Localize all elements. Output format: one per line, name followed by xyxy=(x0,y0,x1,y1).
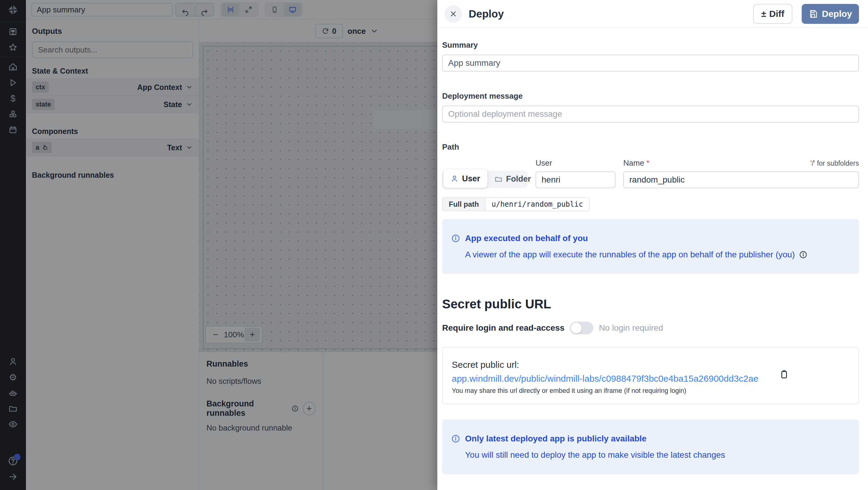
deployment-message-input[interactable] xyxy=(442,106,859,122)
summary-label: Summary xyxy=(442,40,859,50)
full-path-value: u/henri/random_public xyxy=(485,197,590,211)
latest-deploy-infobox: Only latest deployed app is publicly ava… xyxy=(442,420,859,474)
user-field[interactable] xyxy=(535,171,615,188)
name-field[interactable] xyxy=(623,171,859,188)
owner-folder-option[interactable]: Folder xyxy=(487,170,538,188)
execute-on-behalf-title: App executed on behalf of you xyxy=(465,234,588,243)
deploy-button[interactable]: Deploy xyxy=(802,4,859,24)
secret-url-caption: You may share this url directly or embed… xyxy=(452,387,849,395)
subfolder-hint: '/' for subfolders xyxy=(810,159,859,168)
execute-on-behalf-infobox: App executed on behalf of you A viewer o… xyxy=(442,219,859,274)
save-icon xyxy=(809,9,818,19)
user-person-icon xyxy=(451,175,458,182)
summary-input[interactable] xyxy=(442,55,859,71)
info-icon xyxy=(451,234,460,243)
plus-minus-icon: ± xyxy=(761,9,766,19)
login-toggle-state: No login required xyxy=(599,323,663,333)
owner-user-option[interactable]: User xyxy=(443,169,487,188)
owner-kind-toggle: User Folder xyxy=(442,171,528,188)
folder-icon xyxy=(495,175,502,183)
latest-deploy-body: You will still need to deploy the app to… xyxy=(465,450,725,460)
info-icon xyxy=(451,434,460,443)
full-path-row: Full path u/henri/random_public xyxy=(442,197,859,211)
require-login-label: Require login and read-access xyxy=(442,323,564,333)
deployment-message-label: Deployment message xyxy=(442,91,859,101)
secret-url-box: Secret public url: app.windmill.dev/publ… xyxy=(442,347,859,404)
close-icon[interactable] xyxy=(444,5,462,23)
required-asterisk: * xyxy=(647,158,650,168)
full-path-label: Full path xyxy=(442,197,485,211)
clipboard-copy-icon[interactable] xyxy=(779,369,789,380)
path-label: Path xyxy=(442,142,859,152)
secret-url-link[interactable]: app.windmill.dev/public/windmill-labs/c0… xyxy=(452,374,758,384)
name-field-label: Name * xyxy=(623,158,650,168)
deploy-drawer: Deploy ± Diff Deploy Summary Deployment … xyxy=(437,0,868,490)
info-icon[interactable] xyxy=(799,251,807,259)
secret-public-url-heading: Secret public URL xyxy=(442,297,859,311)
secret-url-label: Secret public url: xyxy=(452,359,849,370)
latest-deploy-title: Only latest deployed app is publicly ava… xyxy=(465,434,647,443)
require-login-toggle[interactable] xyxy=(570,322,593,334)
execute-on-behalf-body: A viewer of the app will execute the run… xyxy=(465,250,795,259)
drawer-title: Deploy xyxy=(469,8,504,20)
diff-button[interactable]: ± Diff xyxy=(753,4,792,24)
drawer-header: Deploy ± Diff Deploy xyxy=(437,0,868,28)
user-field-label: User xyxy=(535,158,615,168)
